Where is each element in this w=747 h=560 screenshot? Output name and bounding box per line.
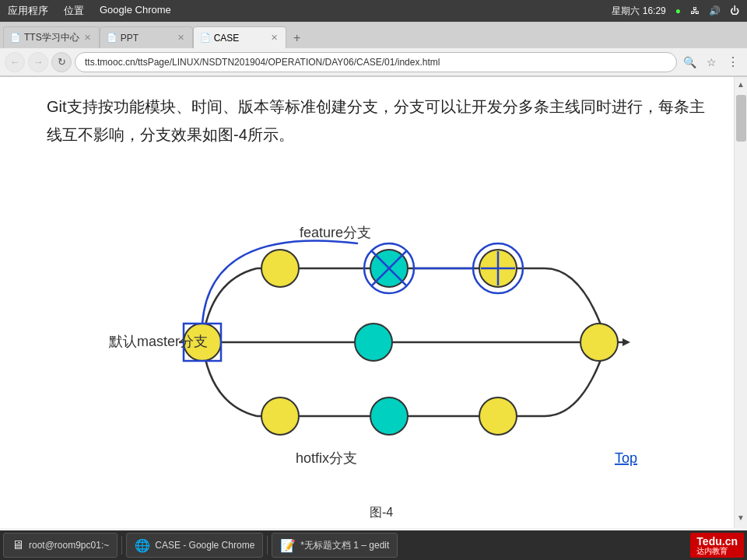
tab-ppt-label: PPT	[121, 33, 139, 44]
taskbar-sep-1	[121, 536, 122, 555]
taskbar-browser[interactable]: 🌐 CASE - Google Chrome	[126, 533, 263, 558]
address-input[interactable]	[75, 52, 677, 72]
browser-icon: 🌐	[135, 538, 150, 553]
forward-button[interactable]: →	[28, 52, 48, 72]
chrome-menu[interactable]: Google Chrome	[100, 4, 171, 18]
power-icon: ⏻	[730, 5, 739, 16]
tab-case-icon: 📄	[200, 33, 211, 43]
svg-text:默认master分支: 默认master分支	[108, 334, 208, 349]
volume-icon: 🔊	[709, 5, 721, 16]
tab-ppt-close[interactable]: ✕	[176, 33, 186, 43]
svg-point-7	[261, 250, 299, 287]
tab-case-label: CASE	[214, 33, 240, 44]
svg-marker-1	[622, 338, 630, 346]
new-tab-button[interactable]: +	[286, 31, 308, 48]
refresh-button[interactable]: ↻	[51, 52, 72, 72]
diagram-svg: feature分支 默认master分支 hotfix分支 Top	[86, 167, 677, 502]
bookmark-icon[interactable]: ☆	[702, 53, 721, 72]
browser-chrome: 📄 TTS学习中心 ✕ 📄 PPT ✕ 📄 CASE ✕ + ← → ↻ 🔍 ☆…	[0, 22, 747, 77]
taskbar-right: Tedu.cn 达内教育	[690, 533, 744, 558]
tedu-label: Tedu.cn	[696, 535, 738, 548]
tab-tts-close[interactable]: ✕	[82, 33, 93, 43]
svg-text:hotfix分支: hotfix分支	[296, 450, 357, 466]
scroll-thumb[interactable]	[736, 95, 746, 142]
os-topbar-right: 星期六 16:29 ● 🖧 🔊 ⏻	[612, 5, 739, 18]
svg-point-11	[370, 397, 408, 435]
tab-case[interactable]: 📄 CASE ✕	[193, 26, 286, 48]
editor-icon: 📝	[280, 538, 296, 553]
fig-label: 图-4	[47, 505, 716, 521]
tab-ppt-icon: 📄	[107, 33, 117, 43]
tab-tts[interactable]: 📄 TTS学习中心 ✕	[3, 26, 100, 48]
taskbar-terminal[interactable]: 🖥 root@room9pc01:~	[3, 533, 117, 558]
taskbar-editor[interactable]: 📝 *无标题文档 1 – gedit	[272, 533, 398, 558]
svg-text:feature分支: feature分支	[300, 225, 371, 240]
tab-tts-label: TTS学习中心	[24, 31, 79, 44]
taskbar-sep-2	[267, 536, 268, 555]
svg-point-6	[580, 324, 618, 361]
os-topbar: 应用程序 位置 Google Chrome 星期六 16:29 ● 🖧 🔊 ⏻	[0, 0, 747, 22]
menu-icon[interactable]: ⋮	[724, 53, 742, 72]
svg-point-10	[261, 397, 299, 435]
scroll-up-arrow[interactable]: ▲	[734, 77, 747, 92]
tab-ppt[interactable]: 📄 PPT ✕	[100, 26, 193, 48]
taskbar-terminal-label: root@room9pc01:~	[29, 540, 109, 551]
network-icon: 🖧	[690, 5, 700, 16]
tab-case-close[interactable]: ✕	[269, 33, 279, 43]
os-topbar-left: 应用程序 位置 Google Chrome	[8, 4, 171, 18]
content-wrapper: Git支持按功能模块、时间、版本等标准创建分支，分支可以让开发分多条主线同时进行…	[0, 77, 747, 528]
svg-point-5	[355, 324, 392, 361]
taskbar-editor-label: *无标题文档 1 – gedit	[300, 539, 389, 552]
diagram-area: feature分支 默认master分支 hotfix分支 Top	[86, 167, 677, 502]
tab-tts-icon: 📄	[10, 33, 21, 43]
tab-bar: 📄 TTS学习中心 ✕ 📄 PPT ✕ 📄 CASE ✕ +	[0, 22, 747, 48]
scrollbar-right: ▲ ▼	[734, 77, 747, 528]
tedu-sub: 达内教育	[696, 548, 738, 555]
page-content: Git支持按功能模块、时间、版本等标准创建分支，分支可以让开发分多条主线同时进行…	[0, 77, 747, 528]
intro-paragraph: Git支持按功能模块、时间、版本等标准创建分支，分支可以让开发分多条主线同时进行…	[47, 93, 716, 149]
scroll-down-arrow[interactable]: ▼	[734, 510, 747, 525]
taskbar-browser-label: CASE - Google Chrome	[155, 540, 254, 551]
svg-text:Top: Top	[615, 450, 637, 466]
places-menu[interactable]: 位置	[64, 4, 84, 18]
terminal-icon: 🖥	[12, 538, 24, 552]
datetime: 星期六 16:29	[612, 5, 665, 18]
apps-menu[interactable]: 应用程序	[8, 4, 48, 18]
address-bar-row: ← → ↻ 🔍 ☆ ⋮	[0, 48, 747, 76]
status-dot: ●	[675, 5, 681, 16]
tedu-logo: Tedu.cn 达内教育	[690, 533, 744, 558]
search-icon[interactable]: 🔍	[680, 53, 699, 72]
back-button[interactable]: ←	[5, 52, 25, 72]
os-taskbar: 🖥 root@room9pc01:~ 🌐 CASE - Google Chrom…	[0, 530, 747, 560]
svg-point-12	[479, 397, 517, 435]
